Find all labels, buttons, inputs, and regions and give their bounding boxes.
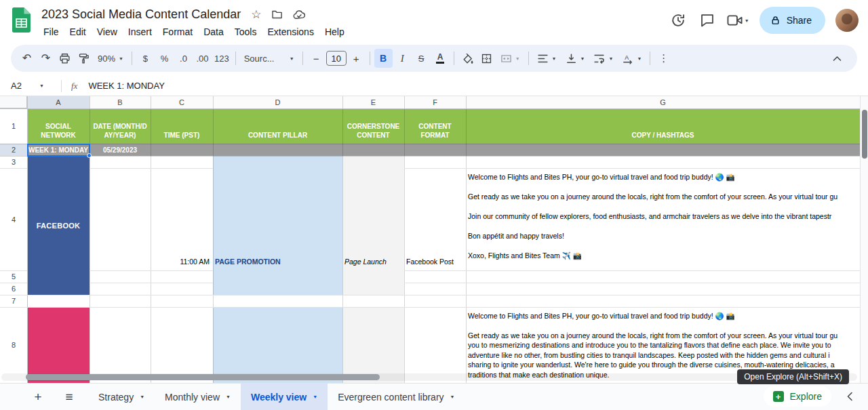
column-header-a[interactable]: A: [27, 96, 90, 108]
cell-d1[interactable]: CONTENT PILLAR: [213, 108, 342, 144]
star-icon[interactable]: ☆: [251, 9, 261, 20]
tab-caret-icon[interactable]: ▼: [313, 394, 317, 399]
font-family-select[interactable]: Sourc... ▼: [240, 49, 298, 68]
account-avatar[interactable]: [835, 9, 859, 32]
meet-video-button[interactable]: ▼: [727, 14, 749, 26]
menu-data[interactable]: Data: [198, 25, 229, 39]
sheet-tab-weekly-view[interactable]: Weekly view ▼: [241, 384, 328, 410]
fill-handle[interactable]: [87, 153, 92, 158]
instagram-merged-cell[interactable]: [27, 307, 90, 383]
version-history-icon[interactable]: [669, 11, 688, 30]
sheets-logo-icon[interactable]: [12, 7, 31, 33]
tab-caret-icon[interactable]: ▼: [140, 394, 144, 399]
menu-file[interactable]: File: [38, 25, 64, 39]
horizontal-align-button[interactable]: ▼: [533, 49, 561, 68]
hide-panel-chevron-button[interactable]: [841, 388, 859, 405]
row-header-4[interactable]: 4: [0, 168, 27, 270]
row-header-5[interactable]: 5: [0, 270, 27, 283]
zoom-select[interactable]: 90% ▼: [94, 49, 127, 68]
formula-input[interactable]: WEEK 1: MONDAY: [88, 81, 164, 91]
cell-g1[interactable]: COPY / HASHTAGS: [466, 108, 860, 144]
cell-c1[interactable]: TIME (PST): [151, 108, 213, 144]
font-size-input[interactable]: 10: [326, 51, 347, 66]
menu-insert[interactable]: Insert: [123, 25, 157, 39]
more-toolbar-button[interactable]: ⋮: [654, 49, 673, 68]
decrease-decimal-button[interactable]: .0: [174, 49, 193, 68]
row-header-6[interactable]: 6: [0, 283, 27, 295]
sheet-tab-monthly-view[interactable]: Monthly view ▼: [155, 384, 241, 410]
sheet-tab-evergreen-content-library[interactable]: Evergreen content library ▼: [328, 384, 465, 410]
document-title[interactable]: 2023 Social Media Content Calendar: [41, 7, 241, 22]
cell-b2[interactable]: 05/29/2023: [90, 144, 151, 156]
comments-icon[interactable]: [698, 11, 717, 30]
explore-button[interactable]: + Explore: [764, 386, 831, 407]
week-row-band[interactable]: [27, 144, 860, 156]
menu-edit[interactable]: Edit: [64, 25, 92, 39]
format-percent-button[interactable]: %: [155, 49, 174, 68]
menu-help[interactable]: Help: [319, 25, 350, 39]
pillar-block-facebook[interactable]: [213, 156, 342, 295]
merge-cells-button[interactable]: ▼: [496, 49, 524, 68]
cell-g4-copy[interactable]: Welcome to Flights and Bites PH, your go…: [468, 172, 859, 269]
text-wrap-button[interactable]: ▼: [589, 49, 617, 68]
format-currency-button[interactable]: $: [136, 49, 155, 68]
cornerstone-block-instagram[interactable]: [342, 307, 404, 383]
menu-extensions[interactable]: Extensions: [262, 25, 319, 39]
row-header-3[interactable]: 3: [0, 156, 27, 168]
cell-d4-pillar[interactable]: PAGE PROMOTION: [213, 258, 342, 268]
undo-button[interactable]: ↶: [18, 49, 36, 68]
meet-caret-icon[interactable]: ▼: [745, 18, 749, 23]
menu-format[interactable]: Format: [157, 25, 198, 39]
all-sheets-button[interactable]: ≡: [58, 386, 80, 408]
cell-e4-cornerstone[interactable]: Page Launch: [342, 258, 404, 268]
row-header-2[interactable]: 2: [0, 144, 27, 156]
cell-a1[interactable]: SOCIAL NETWORK: [27, 108, 90, 144]
column-header-g[interactable]: G: [466, 96, 860, 108]
row-header-7[interactable]: 7: [0, 295, 27, 307]
text-color-button[interactable]: A: [431, 49, 450, 68]
name-box[interactable]: A2 ▼: [0, 81, 61, 91]
pillar-block-instagram[interactable]: [213, 307, 342, 383]
horizontal-scrollbar-thumb[interactable]: [26, 374, 380, 380]
horizontal-scrollbar[interactable]: [1, 373, 857, 381]
italic-button[interactable]: I: [393, 49, 412, 68]
column-header-c[interactable]: C: [151, 96, 213, 108]
borders-button[interactable]: [477, 49, 496, 68]
increase-decimal-button[interactable]: .00: [193, 49, 212, 68]
cell-f4-format[interactable]: Facebook Post: [404, 258, 466, 268]
paint-format-button[interactable]: [75, 49, 93, 68]
column-header-b[interactable]: B: [90, 96, 151, 108]
sheet-tab-strategy[interactable]: Strategy ▼: [88, 384, 155, 410]
vertical-scrollbar-thumb[interactable]: [862, 110, 867, 159]
number-format-button[interactable]: 123: [212, 49, 231, 68]
share-button[interactable]: Share: [760, 7, 825, 34]
vertical-align-button[interactable]: ▼: [561, 49, 589, 68]
cell-e1[interactable]: CORNERSTONE CONTENT: [342, 108, 404, 144]
redo-button[interactable]: ↷: [37, 49, 55, 68]
cell-c4-time[interactable]: 11:00 AM: [151, 258, 213, 268]
cell-b1[interactable]: DATE (MONTH/DAY/YEAR): [90, 108, 151, 144]
select-all-corner[interactable]: [0, 96, 27, 108]
add-sheet-button[interactable]: +: [27, 386, 49, 408]
strikethrough-button[interactable]: S: [412, 49, 431, 68]
text-rotation-button[interactable]: A ▼: [618, 49, 646, 68]
fill-color-button[interactable]: [458, 49, 477, 68]
move-folder-icon[interactable]: [271, 9, 283, 20]
print-button[interactable]: [56, 49, 74, 68]
bold-button[interactable]: B: [374, 49, 393, 68]
vertical-scrollbar[interactable]: [860, 96, 868, 383]
cornerstone-block-facebook[interactable]: [342, 156, 404, 295]
cloud-saved-icon[interactable]: [293, 9, 306, 20]
cell-f1[interactable]: CONTENT FORMAT: [404, 108, 466, 144]
hide-toolbar-button[interactable]: [828, 49, 846, 68]
row-header-8[interactable]: 8: [0, 307, 27, 383]
decrease-font-size-button[interactable]: −: [307, 49, 326, 68]
column-header-e[interactable]: E: [342, 96, 404, 108]
tab-caret-icon[interactable]: ▼: [226, 394, 231, 399]
menu-view[interactable]: View: [92, 25, 123, 39]
facebook-label[interactable]: FACEBOOK: [27, 156, 90, 295]
row-header-1[interactable]: 1: [0, 108, 27, 144]
menu-tools[interactable]: Tools: [229, 25, 262, 39]
increase-font-size-button[interactable]: +: [347, 49, 366, 68]
tab-caret-icon[interactable]: ▼: [450, 394, 455, 399]
